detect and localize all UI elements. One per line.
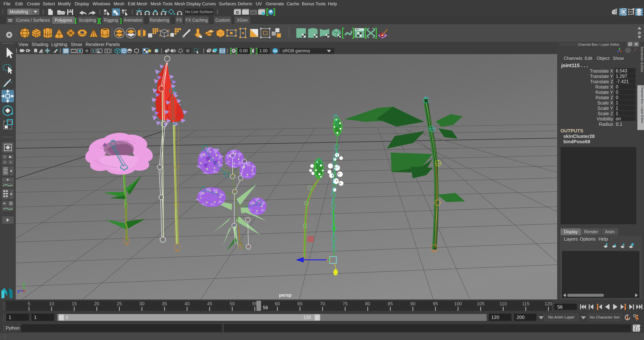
svg-text:30: 30 [139,301,144,306]
svg-text:115: 115 [522,301,530,306]
svg-text:65: 65 [298,301,302,306]
svg-text:z: z [18,289,20,294]
svg-text:40: 40 [184,301,190,306]
svg-text:80: 80 [365,301,370,306]
svg-text:5: 5 [28,301,30,306]
svg-text:sRGB gamma: sRGB gamma [282,48,310,53]
svg-text:120: 120 [544,301,552,306]
svg-text:35: 35 [162,301,167,306]
svg-text:ON: ON [273,49,277,52]
svg-text:85: 85 [388,301,393,306]
svg-text:100: 100 [454,301,462,306]
svg-text:20: 20 [94,301,99,306]
svg-text:+: + [4,160,6,164]
svg-text:55: 55 [252,301,258,306]
svg-text:45: 45 [207,301,212,306]
svg-text:75: 75 [342,301,348,306]
svg-text:T: T [106,49,108,53]
svg-text:50: 50 [230,301,235,306]
svg-text:10: 10 [49,301,54,306]
svg-text:56: 56 [263,305,268,310]
svg-text:{;}: {;} [634,327,640,331]
svg-text:1.00: 1.00 [260,48,268,53]
svg-text:persp: persp [279,293,292,298]
svg-text:95: 95 [433,301,438,306]
svg-text:IPR: IPR [251,11,255,14]
svg-text:110: 110 [500,301,507,306]
svg-text:90: 90 [410,301,416,306]
svg-text:25: 25 [117,301,122,306]
svg-text:105: 105 [477,301,484,306]
svg-text:60: 60 [275,301,280,306]
svg-text:70: 70 [320,301,325,306]
svg-text:y: y [23,282,25,286]
svg-text:+: + [10,160,12,164]
svg-text:15: 15 [72,301,77,306]
svg-text:+: + [4,155,6,159]
svg-text:0.00: 0.00 [240,48,248,53]
svg-text:56: 56 [557,304,563,310]
